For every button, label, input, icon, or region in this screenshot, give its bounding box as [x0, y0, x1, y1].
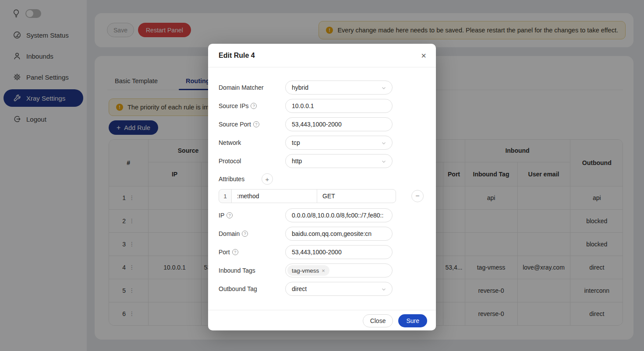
- select-value: tcp: [292, 139, 300, 146]
- close-icon[interactable]: ×: [421, 51, 426, 60]
- source-ips-input[interactable]: [285, 99, 393, 113]
- field-label: IP: [219, 208, 224, 222]
- protocol-select[interactable]: http: [285, 154, 393, 168]
- select-value: hybrid: [292, 84, 308, 91]
- remove-tag-icon[interactable]: ×: [322, 267, 325, 274]
- field-domain: Domain?: [219, 227, 425, 241]
- field-label: Domain Matcher: [219, 81, 264, 95]
- attribute-row: 1 −: [219, 189, 425, 203]
- source-port-input[interactable]: [285, 117, 393, 131]
- help-icon[interactable]: ?: [226, 212, 233, 218]
- tag-chip-label: tag-vmess: [292, 267, 319, 274]
- help-icon[interactable]: ?: [251, 103, 257, 109]
- domain-input[interactable]: [285, 227, 393, 241]
- field-port: Port?: [219, 245, 425, 259]
- field-network: Network tcp: [219, 136, 425, 150]
- field-label: Domain: [219, 227, 240, 241]
- ip-input[interactable]: [285, 208, 393, 222]
- chevron-down-icon: [381, 85, 386, 91]
- field-label: Protocol: [219, 154, 241, 168]
- port-input[interactable]: [285, 245, 393, 259]
- select-value: direct: [292, 285, 307, 292]
- field-source-ips: Source IPs?: [219, 99, 425, 113]
- attribute-key-input[interactable]: [231, 189, 317, 203]
- field-label: Network: [219, 136, 241, 150]
- field-outbound-tag: Outbound Tag direct: [219, 282, 425, 296]
- edit-rule-modal: Edit Rule 4 × Domain Matcher hybrid Sour…: [208, 44, 436, 330]
- help-icon[interactable]: ?: [253, 121, 259, 127]
- tag-chip: tag-vmess ×: [287, 265, 329, 276]
- outbound-tag-select[interactable]: direct: [285, 282, 393, 296]
- attribute-value-input[interactable]: [317, 189, 396, 203]
- chevron-down-icon: [381, 287, 386, 292]
- sure-button[interactable]: Sure: [398, 314, 427, 327]
- domain-matcher-select[interactable]: hybrid: [285, 81, 393, 95]
- field-inbound-tags: Inbound Tags tag-vmess ×: [219, 263, 425, 277]
- add-attribute-button[interactable]: +: [262, 173, 273, 185]
- field-label: Attributes: [219, 173, 244, 185]
- remove-attribute-button[interactable]: −: [411, 190, 424, 202]
- chevron-down-icon: [381, 140, 386, 146]
- modal-title: Edit Rule 4: [219, 52, 255, 60]
- chevron-down-icon: [381, 159, 386, 164]
- select-value: http: [292, 158, 302, 165]
- attribute-index: 1: [219, 189, 232, 203]
- close-button[interactable]: Close: [363, 314, 393, 327]
- field-protocol: Protocol http: [219, 154, 425, 168]
- field-source-port: Source Port?: [219, 117, 425, 131]
- field-label: Outbound Tag: [219, 282, 257, 296]
- network-select[interactable]: tcp: [285, 136, 393, 150]
- field-ip: IP?: [219, 208, 425, 222]
- field-attributes: Attributes +: [219, 173, 425, 185]
- field-label: Port: [219, 245, 230, 259]
- help-icon[interactable]: ?: [232, 249, 238, 255]
- field-label: Source IPs: [219, 99, 248, 113]
- inbound-tags-input[interactable]: tag-vmess ×: [285, 263, 393, 277]
- field-label: Inbound Tags: [219, 263, 255, 277]
- help-icon[interactable]: ?: [242, 231, 248, 237]
- modal-footer-divider: [208, 310, 436, 310]
- field-domain-matcher: Domain Matcher hybrid: [219, 81, 425, 95]
- field-label: Source Port: [219, 117, 251, 131]
- app-screen: System Status Inbounds Panel Settings Xr…: [0, 0, 644, 351]
